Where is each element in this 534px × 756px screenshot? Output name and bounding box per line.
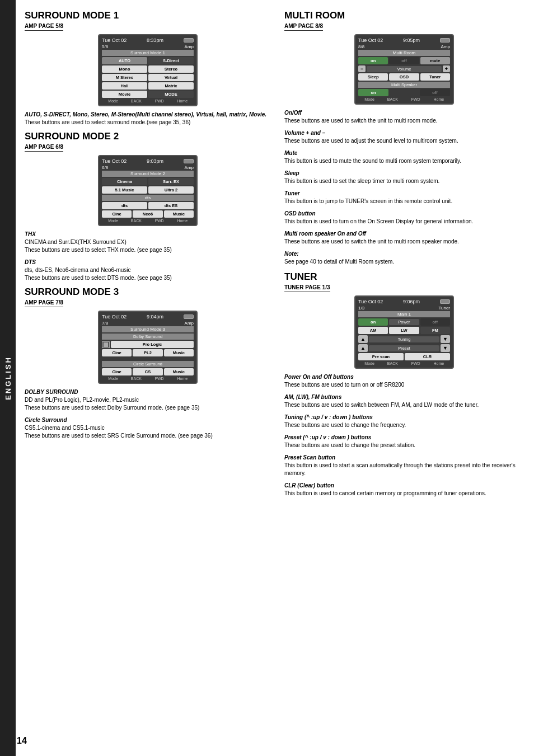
prescan-btn[interactable]: Pre scan [358,353,404,360]
nav-mode2[interactable]: Mode [102,219,124,223]
multiroom-mute-btn[interactable]: mute [420,57,450,64]
battery-icon4 [440,38,450,43]
tuner-on-btn[interactable]: on [358,318,388,326]
surrex-btn[interactable]: Surr. EX [148,178,194,185]
volume-label: Volume [367,66,441,72]
matrix-btn[interactable]: Matrix [148,82,194,90]
multiroom-on-btn[interactable]: on [358,57,388,64]
multiroom-note: Note: See page 40 to detail of Multi Roo… [284,250,524,266]
surround1-desc-bold: AUTO, S-DIRECT, Mono, Stereo, M-Stereo(M… [25,111,266,118]
multiroom-title: MULTI ROOM [284,10,524,21]
surround3-page: 7/8 [102,321,108,326]
nav-fwd4[interactable]: FWD [405,97,427,101]
clr-btn[interactable]: CLR [405,353,450,360]
cine-cs-btn[interactable]: Cine [102,368,132,375]
cine-btn[interactable]: Cine [102,210,132,218]
nav-fwd[interactable]: FWD [148,99,171,103]
multispeaker-off-btn[interactable]: off [420,89,450,96]
tuning-label: Tuning [369,336,439,342]
nav-mode[interactable]: Mode [102,99,124,103]
mode-btn[interactable]: MODE [148,91,194,98]
volume-minus-btn[interactable]: − [358,65,366,72]
virtual-btn[interactable]: Virtual [148,74,194,81]
nav-mode3[interactable]: Mode [102,377,124,381]
movie-btn[interactable]: Movie [102,91,147,98]
tuner-device: Tuner [438,306,450,311]
sdirect-btn[interactable]: S-Direct [148,57,194,64]
nav-fwd2[interactable]: FWD [148,219,171,223]
nav-mode4[interactable]: Mode [358,97,381,101]
thx-desc: CINEMA and Surr.EX(THX Surround EX)These… [25,239,172,253]
tuner-screen: Tue Oct 02 9:06pm 1/3 Tuner Main 1 on Po… [354,295,454,369]
nav-home2[interactable]: Home [171,219,194,223]
multispeaker-on-btn[interactable]: on [358,89,388,96]
multiroom-on-off-desc: On/Off These buttons are used to switch … [284,109,524,125]
nav-home4[interactable]: Home [428,97,450,101]
nav-back[interactable]: BACK [125,99,147,103]
music-btn[interactable]: Music [164,210,194,218]
volume-plus-btn[interactable]: + [443,65,450,72]
osd-btn[interactable]: OSD [389,73,419,81]
auto-btn[interactable]: AUTO [102,57,147,64]
surround3-date: Tue Oct 02 [102,314,127,320]
circle-surround-desc: Circle Surround CS5.1-cinema and CS5.1-m… [25,416,271,440]
multiroom-mute-desc: Mute This button is used to mute the sou… [284,149,524,165]
cs-btn[interactable]: CS [133,368,162,375]
surround1-screen: Tue Oct 02 8:33pm 5/8 Amp Surround Mode … [98,34,198,106]
preset-label: Preset [369,345,439,351]
music51-btn[interactable]: 5.1 Music [102,186,147,194]
nav-back3[interactable]: BACK [125,377,147,381]
mono-btn[interactable]: Mono [102,65,147,73]
lw-btn[interactable]: LW [389,327,419,334]
tuner-tuning-desc: Tuning (^ :up / v : down ) buttons These… [284,414,524,429]
battery-icon2 [184,159,194,163]
multiroom-screen: Tue Oct 02 9:05pm 8/8 Amp Multi Room on … [354,34,454,105]
nav-mode5[interactable]: Mode [358,361,381,365]
surround1-date: Tue Oct 02 [102,37,127,43]
tuner-btn[interactable]: Tuner [420,73,450,81]
tuning-down-btn[interactable]: ▼ [441,335,450,343]
surround3-device: Amp [185,321,194,326]
cinema-btn[interactable]: Cinema [102,178,147,185]
tuner-clr-desc: CLR (Clear) button This button is used t… [284,482,524,497]
battery-icon3 [184,314,194,319]
tuning-up-btn[interactable]: ▲ [358,335,368,343]
nav-fwd5[interactable]: FWD [405,361,427,365]
preset-up-btn[interactable]: ▲ [358,344,368,352]
nav-home3[interactable]: Home [171,377,194,381]
music-pl-btn[interactable]: Music [164,349,194,356]
nav-home5[interactable]: Home [428,361,450,365]
multiroom-off-btn[interactable]: off [389,57,419,64]
neo6-btn[interactable]: Neo6 [133,210,162,218]
surround1-page: 5/8 [102,44,108,49]
nav-back4[interactable]: BACK [381,97,404,101]
hall-btn[interactable]: Hall [102,82,147,90]
dts-label: dts [102,195,194,201]
nav-back2[interactable]: BACK [125,219,147,223]
cine-pl-btn[interactable]: Cine [102,349,132,356]
music-cs-btn[interactable]: Music [164,368,194,375]
surround2-mode: Surround Mode 2 [102,171,194,177]
prologic-btn[interactable]: Pro Logic [111,341,194,348]
dts-btn[interactable]: dts [102,202,147,209]
ultra2-btn[interactable]: Ultra 2 [148,186,194,194]
multiroom-subtitle: AMP PAGE 8/8 [284,23,323,31]
nav-home[interactable]: Home [171,99,194,103]
surround2-title: SURROUND MODE 2 [25,131,271,142]
pl2-btn[interactable]: PL2 [133,349,162,356]
surround1-mode: Surround Mode 1 [102,50,194,56]
tuner-off-btn[interactable]: off [420,318,450,326]
mstereo-btn[interactable]: M Stereo [102,74,147,81]
tuner-date: Tue Oct 02 [358,299,383,304]
preset-down-btn[interactable]: ▼ [441,344,450,352]
tuner-amfm-desc: AM, (LW), FM buttons These buttons are u… [284,393,524,409]
am-btn[interactable]: AM [358,327,388,334]
nav-back5[interactable]: BACK [381,361,404,365]
surround2-thx-desc: THX CINEMA and Surr.EX(THX Surround EX)T… [25,231,271,254]
stereo-btn[interactable]: Stereo [148,65,194,73]
fm-btn[interactable]: FM [420,327,450,334]
surround2-page: 6/8 [102,165,108,170]
nav-fwd3[interactable]: FWD [148,377,171,381]
sleep-btn[interactable]: Sleep [358,73,388,81]
dtses-btn[interactable]: dts ES [148,202,194,209]
